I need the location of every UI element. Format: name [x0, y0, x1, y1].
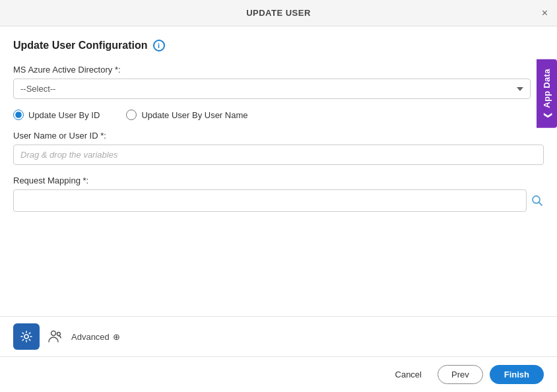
- close-button[interactable]: ×: [542, 8, 548, 18]
- azure-select-wrapper: --Select-- +: [13, 79, 544, 99]
- advanced-label: Advanced: [71, 332, 110, 342]
- people-button[interactable]: [48, 329, 63, 344]
- radio-by-id-input[interactable]: [13, 110, 24, 120]
- modal-title: UPDATE USER: [246, 8, 311, 18]
- app-data-chevron-icon: ❮: [542, 112, 552, 118]
- azure-field-group: MS Azure Active Directory *: --Select-- …: [13, 65, 544, 99]
- svg-line-1: [539, 203, 542, 206]
- footer-nav: Cancel Prev Finish: [0, 356, 557, 392]
- request-field-group: Request Mapping *:: [13, 176, 544, 212]
- azure-select[interactable]: --Select--: [13, 79, 531, 99]
- radio-group: Update User By ID Update User By User Na…: [13, 110, 544, 120]
- finish-button[interactable]: Finish: [490, 365, 544, 384]
- prev-button[interactable]: Prev: [438, 365, 483, 384]
- magnifier-icon: [531, 194, 544, 207]
- svg-point-2: [24, 335, 28, 339]
- svg-point-4: [57, 333, 61, 336]
- info-icon[interactable]: i: [153, 40, 165, 51]
- username-field-group: User Name or User ID *:: [13, 131, 544, 165]
- section-title-text: Update User Configuration: [13, 40, 148, 51]
- advanced-plus-icon: ⊕: [113, 332, 120, 342]
- modal-header: UPDATE USER ×: [0, 0, 557, 26]
- modal-body: ❮ App Data Update User Configuration i M…: [0, 26, 557, 316]
- app-data-label: App Data: [542, 69, 552, 108]
- radio-by-username-label: Update User By User Name: [141, 110, 247, 120]
- footer-actions: Advanced ⊕: [0, 316, 557, 356]
- radio-update-by-id[interactable]: Update User By ID: [13, 110, 100, 120]
- radio-by-id-label: Update User By ID: [28, 110, 100, 120]
- section-title-row: Update User Configuration i: [13, 40, 544, 51]
- request-wrapper: [13, 189, 544, 212]
- request-search-button[interactable]: [531, 194, 544, 207]
- radio-by-username-input[interactable]: [126, 110, 137, 120]
- app-data-tab[interactable]: ❮ App Data: [537, 59, 557, 128]
- radio-update-by-username[interactable]: Update User By User Name: [126, 110, 247, 120]
- update-user-modal: UPDATE USER × ❮ App Data Update User Con…: [0, 0, 557, 392]
- username-field-label: User Name or User ID *:: [13, 131, 544, 141]
- gear-button[interactable]: [13, 323, 40, 350]
- people-icon: [48, 329, 63, 344]
- cancel-button[interactable]: Cancel: [386, 366, 431, 383]
- gear-icon: [20, 330, 33, 343]
- azure-field-label: MS Azure Active Directory *:: [13, 65, 544, 75]
- request-field-label: Request Mapping *:: [13, 176, 544, 185]
- request-mapping-input[interactable]: [13, 189, 527, 212]
- modal-overlay: UPDATE USER × ❮ App Data Update User Con…: [0, 0, 557, 392]
- svg-point-3: [51, 331, 56, 336]
- advanced-button[interactable]: Advanced ⊕: [71, 332, 120, 342]
- username-input[interactable]: [13, 145, 544, 165]
